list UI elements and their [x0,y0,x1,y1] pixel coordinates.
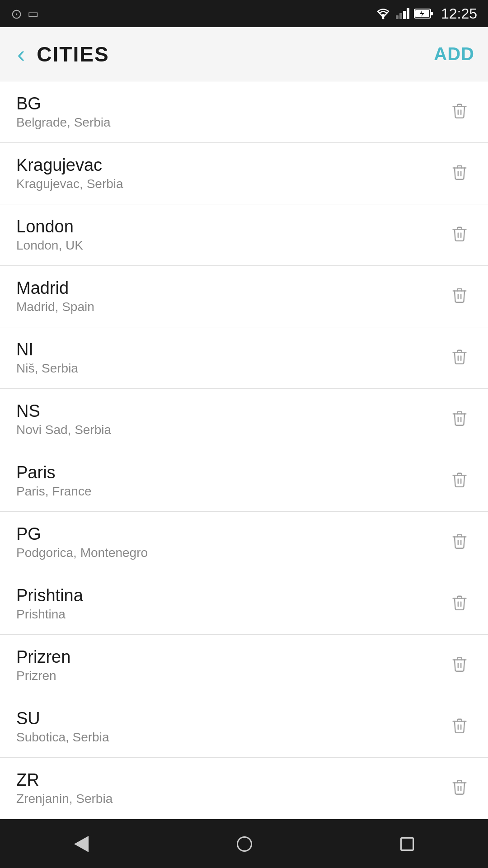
delete-city-button[interactable] [447,529,472,556]
list-item: PrizrenPrizren [0,635,488,696]
city-info: PrishtinaPrishtina [16,586,83,622]
city-name: NS [16,401,111,421]
nav-recents-button[interactable] [387,833,427,855]
city-info: PrizrenPrizren [16,647,70,683]
city-info: SUSubotica, Serbia [16,709,109,745]
city-name: PG [16,524,148,544]
city-info: LondonLondon, UK [16,217,83,253]
city-name: Paris [16,463,92,482]
delete-city-button[interactable] [447,467,472,495]
city-info: NINiš, Serbia [16,340,78,376]
status-icons-left: ⊙ ▭ [11,6,39,22]
recents-square-icon [400,837,414,851]
delete-city-button[interactable] [447,406,472,433]
city-location: London, UK [16,238,83,253]
city-info: PGPodgorica, Montenegro [16,524,148,560]
list-item: MadridMadrid, Spain [0,266,488,327]
city-location: Niš, Serbia [16,361,78,376]
city-info: MadridMadrid, Spain [16,278,94,314]
city-location: Podgorica, Montenegro [16,546,148,560]
back-triangle-icon [74,836,89,852]
city-name: Prizren [16,647,70,667]
delete-city-button[interactable] [447,590,472,618]
wifi-icon [375,7,391,20]
list-item: ZRZrenjanin, Serbia [0,758,488,819]
city-name: ZR [16,770,113,790]
status-bar: ⊙ ▭ 12:25 [0,0,488,27]
page-title: CITIES [37,42,109,66]
list-item: NINiš, Serbia [0,327,488,389]
svg-point-0 [382,17,384,19]
signal-icon [396,8,409,19]
city-info: KragujevacKragujevac, Serbia [16,156,123,191]
home-circle-icon [237,836,252,852]
city-location: Madrid, Spain [16,300,94,314]
delete-city-button[interactable] [447,775,472,802]
nav-back-button[interactable] [61,831,102,857]
city-name: Kragujevac [16,156,123,175]
city-info: BGBelgrade, Serbia [16,94,111,130]
header: ‹ CITIES ADD [0,27,488,81]
city-name: SU [16,709,109,728]
bottom-nav [0,819,488,868]
city-location: Prizren [16,669,70,683]
city-location: Belgrade, Serbia [16,115,111,130]
city-location: Novi Sad, Serbia [16,423,111,437]
list-item: NSNovi Sad, Serbia [0,389,488,450]
status-time: 12:25 [441,5,477,22]
city-location: Subotica, Serbia [16,730,109,745]
list-item: BGBelgrade, Serbia [0,81,488,143]
list-item: SUSubotica, Serbia [0,696,488,758]
alarm-icon: ⊙ [11,6,22,22]
list-item: KragujevacKragujevac, Serbia [0,143,488,204]
list-item: PrishtinaPrishtina [0,573,488,635]
city-name: Madrid [16,278,94,298]
list-item: LondonLondon, UK [0,204,488,266]
svg-rect-3 [431,12,433,15]
city-name: NI [16,340,78,359]
list-item: ParisParis, France [0,450,488,512]
city-location: Zrenjanin, Serbia [16,792,113,806]
delete-city-button[interactable] [447,713,472,741]
header-left: ‹ CITIES [14,41,109,68]
city-name: BG [16,94,111,113]
delete-city-button[interactable] [447,344,472,372]
sdcard-icon: ▭ [28,7,39,21]
delete-city-button[interactable] [447,160,472,187]
delete-city-button[interactable] [447,283,472,310]
battery-icon [414,8,434,19]
city-location: Paris, France [16,484,92,499]
city-info: ZRZrenjanin, Serbia [16,770,113,806]
nav-home-button[interactable] [223,832,266,856]
back-button[interactable]: ‹ [14,41,28,68]
city-name: London [16,217,83,236]
add-button[interactable]: ADD [434,44,474,64]
list-item: PGPodgorica, Montenegro [0,512,488,573]
delete-city-button[interactable] [447,222,472,249]
city-info: NSNovi Sad, Serbia [16,401,111,437]
city-location: Kragujevac, Serbia [16,177,123,191]
delete-city-button[interactable] [447,652,472,679]
city-list: BGBelgrade, Serbia KragujevacKragujevac,… [0,81,488,819]
city-name: Prishtina [16,586,83,605]
delete-city-button[interactable] [447,99,472,126]
city-location: Prishtina [16,607,83,622]
city-info: ParisParis, France [16,463,92,499]
status-icons-right: 12:25 [375,5,477,22]
